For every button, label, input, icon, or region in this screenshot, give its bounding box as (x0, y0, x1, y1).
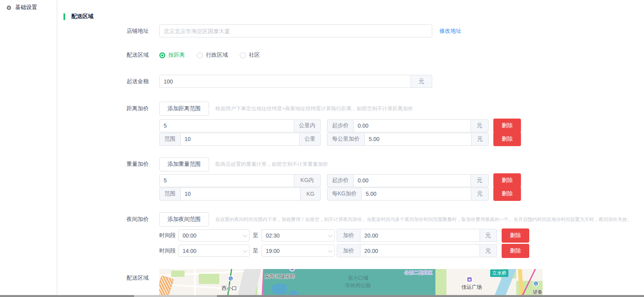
per-kg-price-input[interactable] (361, 187, 471, 200)
section-title: 配送区域 (71, 13, 93, 20)
weight-within-unit: KG内 (294, 174, 321, 187)
radio-admin-region[interactable]: 行政区域 (197, 52, 228, 59)
time-range-label: 时间段 (159, 247, 177, 254)
to-label: 至 (253, 247, 258, 254)
base-price-input[interactable] (353, 119, 471, 132)
sidebar-item-basic-settings[interactable]: ⚙ 基础设置 (0, 0, 57, 15)
weight-hint: 取商品设置的重量计算，如留空则不计算重量加价 (215, 161, 328, 168)
distance-label: 距离加价 (57, 105, 149, 112)
map-metro-line-green (226, 269, 233, 297)
weight-range-input[interactable] (180, 187, 301, 200)
per-km-unit: 元 (472, 133, 489, 146)
range-prepend: 范围 (159, 187, 180, 200)
radio-unselected-icon (240, 52, 246, 58)
distance-within-input[interactable] (159, 119, 294, 132)
night-row-1: 时间段 00:00 至 02:30 加价 元 删除 (57, 229, 529, 241)
map-place-label: 公园二期北区 (404, 269, 433, 276)
weight-within-input[interactable] (159, 174, 294, 187)
delete-button[interactable]: 删除 (493, 132, 521, 146)
delete-button[interactable]: 删除 (502, 228, 529, 243)
store-address-row: 店铺地址 修改地址 (57, 24, 461, 37)
weight-row-1: KG内 起步价 元 删除 (57, 173, 521, 187)
section-header: 配送区域 (63, 13, 93, 20)
map-metro-badge: 立水桥 (490, 269, 508, 277)
min-amount-row: 起送金额 元 (57, 75, 432, 88)
distance-header-row: 距离加价 添加距离范围 根据用户下单定位地址经纬度+商家地址经纬度计算骑行距离，… (57, 102, 413, 116)
sidebar: ⚙ 基础设置 (0, 0, 57, 297)
per-km-price-input[interactable] (364, 133, 472, 146)
base-price-unit: 元 (471, 174, 489, 187)
chevron-down-icon (243, 232, 247, 237)
store-address-label: 店铺地址 (57, 28, 149, 35)
delete-button[interactable]: 删除 (493, 173, 521, 187)
night-row-2: 时间段 14:00 至 19:00 加价 元 删除 (57, 245, 529, 257)
start-time-select[interactable]: 14:00 (178, 245, 250, 257)
markup-unit: 元 (480, 244, 497, 257)
per-km-prepend: 每公里加价 (327, 133, 364, 146)
map-park (171, 271, 185, 277)
night-markup-input[interactable] (360, 229, 480, 242)
radio-by-distance[interactable]: 按距离 (159, 52, 185, 59)
end-time-select[interactable]: 19:00 (261, 245, 335, 257)
map-road (194, 269, 196, 297)
distance-row-2: 范围 公里 每公里加价 元 删除 (57, 132, 521, 146)
map-place-label: 市休闲公园 (345, 282, 371, 289)
min-amount-input[interactable] (159, 75, 411, 88)
horizontal-scrollbar[interactable] (0, 295, 644, 297)
weight-base-price-input[interactable] (353, 174, 471, 187)
to-label: 至 (253, 232, 258, 239)
sidebar-item-label: 基础设置 (15, 4, 37, 11)
min-amount-label: 起送金额 (57, 78, 149, 85)
base-price-prepend: 起步价 (327, 119, 353, 132)
weight-header-row: 重量加价 添加重量范围 取商品设置的重量计算，如留空则不计算重量加价 (57, 157, 328, 171)
distance-range-unit: 公里 (300, 133, 321, 146)
chevron-down-icon (328, 232, 332, 237)
map-place-label: 东升汇俱乐部 (264, 273, 295, 280)
metro-station-icon: G (533, 281, 539, 286)
map-label-row: 配送区域 (57, 275, 149, 282)
min-amount-unit: 元 (411, 75, 432, 88)
map-place-label: 东小口城 (348, 275, 368, 282)
radio-community[interactable]: 社区 (240, 52, 260, 59)
range-prepend: 范围 (159, 133, 180, 146)
map-park (435, 269, 446, 297)
area-mode-label: 配送区域 (57, 52, 149, 59)
night-markup-input[interactable] (360, 244, 480, 257)
end-time-select[interactable]: 02:30 (261, 229, 335, 241)
add-night-range-button[interactable]: 添加夜间范围 (159, 212, 209, 226)
add-weight-range-button[interactable]: 添加重量范围 (159, 157, 209, 171)
radio-selected-icon (159, 52, 165, 58)
modify-address-link[interactable]: 修改地址 (439, 28, 461, 35)
distance-range-input[interactable] (180, 133, 300, 146)
scrollbar-thumb[interactable] (134, 295, 217, 297)
weight-row-2: 范围 KG 每KG加价 元 删除 (57, 187, 521, 201)
night-label: 夜间加价 (57, 216, 149, 223)
distance-row-1: 公里内 起步价 元 删除 (57, 119, 521, 133)
distance-within-unit: 公里内 (294, 119, 321, 132)
start-time-select[interactable]: 00:00 (178, 229, 250, 241)
add-distance-range-button[interactable]: 添加距离范围 (159, 102, 209, 116)
metro-station-icon: G (228, 276, 233, 281)
chevron-down-icon (328, 248, 332, 252)
weight-range-unit: KG (301, 187, 321, 200)
store-address-input[interactable] (159, 24, 432, 37)
delete-button[interactable]: 删除 (502, 244, 529, 258)
chevron-down-icon (243, 248, 247, 252)
distance-hint: 根据用户下单定位地址经纬度+商家地址经纬度计算骑行距离，如留空则不计算距离加价 (215, 105, 413, 112)
map-park (199, 274, 219, 284)
map-place-label: 佳运广场 (461, 284, 482, 291)
markup-prepend: 加价 (337, 229, 360, 242)
area-mode-row: 配送区域 按距离 行政区域 社区 (57, 51, 272, 59)
base-price-unit: 元 (471, 119, 489, 132)
radio-unselected-icon (197, 52, 203, 58)
map-area-label: 配送区域 (57, 275, 149, 282)
main-content: 配送区域 店铺地址 修改地址 配送区域 按距离 行政区域 社区 起送金额 (57, 0, 644, 297)
map-rail-band (236, 269, 262, 297)
time-range-label: 时间段 (159, 232, 177, 239)
delivery-area-map[interactable]: G 西小口 东升汇俱乐部 东小口城 市休闲公园 公园二期北区 立水桥 ■ 佳运广… (159, 269, 543, 297)
markup-prepend: 加价 (337, 244, 360, 257)
delete-button[interactable]: 删除 (493, 187, 521, 201)
delete-button[interactable]: 删除 (493, 119, 521, 133)
map-mall-icon: ■ (467, 277, 472, 282)
section-accent-bar (63, 13, 65, 20)
